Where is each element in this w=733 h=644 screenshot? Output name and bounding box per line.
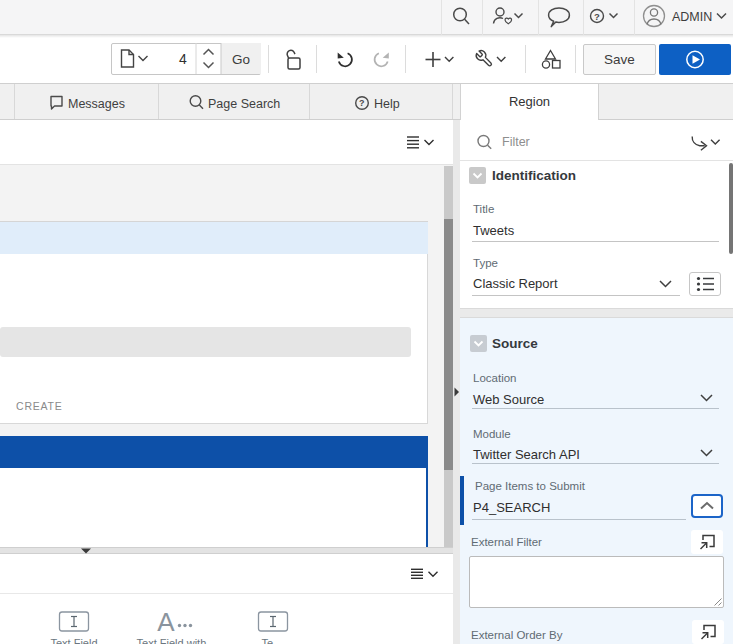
svg-text:4: 4 xyxy=(179,51,187,67)
svg-text:Go: Go xyxy=(232,52,250,67)
svg-text:A: A xyxy=(157,607,175,637)
svg-text:Filter: Filter xyxy=(502,135,530,149)
svg-text:Text Field: Text Field xyxy=(50,637,97,644)
svg-text:?: ? xyxy=(359,98,365,108)
svg-text:Te...: Te... xyxy=(262,637,283,644)
svg-text:Messages: Messages xyxy=(68,97,125,111)
svg-text:Text Field with...: Text Field with... xyxy=(137,637,216,644)
svg-text:?: ? xyxy=(594,11,600,22)
svg-text:Help: Help xyxy=(374,97,400,111)
svg-text:Page Search: Page Search xyxy=(208,97,280,111)
svg-text:ADMIN: ADMIN xyxy=(672,10,712,24)
